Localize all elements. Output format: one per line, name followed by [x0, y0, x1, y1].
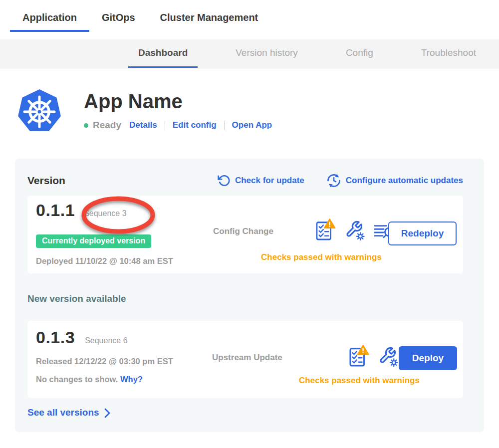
check-for-update-link[interactable]: Check for update	[218, 174, 304, 187]
refresh-icon	[218, 174, 231, 187]
new-version-number: 0.1.3	[36, 328, 75, 347]
version-panel: Version Check for update Configure autom…	[15, 159, 484, 432]
see-all-versions-label: See all versions	[27, 407, 99, 418]
separator	[165, 121, 165, 130]
clock-refresh-icon	[326, 173, 341, 188]
edit-config-link[interactable]: Edit config	[173, 120, 217, 130]
checks-status-text: Checks passed with warnings	[251, 252, 391, 262]
current-source-label: Config Change	[213, 226, 273, 236]
status-dot-icon	[84, 123, 88, 128]
preflight-checks-warning-icon[interactable]	[349, 345, 369, 367]
tab-gitops[interactable]: GitOps	[89, 12, 148, 32]
open-app-link[interactable]: Open App	[232, 120, 272, 130]
version-heading: Version	[27, 175, 65, 187]
deployed-timestamp: Deployed 11/10/22 @ 10:48 am EST	[36, 256, 173, 266]
tab-troubleshoot[interactable]: Troubleshoot	[411, 39, 486, 68]
separator	[224, 121, 225, 130]
current-version-card: 0.1.1 Sequence 3 Currently deployed vers…	[27, 196, 463, 273]
released-timestamp: Released 12/12/22 @ 03:30 pm EST	[36, 357, 173, 366]
check-for-update-label: Check for update	[235, 176, 304, 186]
new-version-heading: New version available	[27, 293, 463, 304]
deploy-button[interactable]: Deploy	[399, 346, 457, 370]
tab-cluster-management[interactable]: Cluster Management	[148, 12, 271, 32]
new-source-label: Upstream Update	[212, 353, 282, 363]
config-wrench-icon[interactable]	[378, 346, 399, 367]
redeploy-button[interactable]: Redeploy	[388, 222, 457, 245]
new-version-card: 0.1.3 Sequence 6 Released 12/12/22 @ 03:…	[27, 321, 463, 398]
currently-deployed-badge: Currently deployed version	[36, 234, 151, 248]
tab-config[interactable]: Config	[336, 39, 383, 68]
details-link[interactable]: Details	[129, 120, 157, 130]
primary-nav: Application GitOps Cluster Management	[0, 0, 499, 39]
why-link[interactable]: Why?	[120, 375, 143, 384]
configure-automatic-updates-label: Configure automatic updates	[346, 176, 463, 186]
tab-version-history[interactable]: Version history	[226, 39, 308, 68]
app-header: App Name Ready Details Edit config Open …	[0, 68, 499, 133]
no-changes-text: No changes to show. Why?	[36, 375, 143, 384]
chevron-right-icon	[104, 408, 111, 418]
configure-automatic-updates-link[interactable]: Configure automatic updates	[326, 173, 463, 188]
no-changes-label: No changes to show.	[36, 375, 118, 384]
kubernetes-logo	[17, 89, 61, 133]
tab-dashboard[interactable]: Dashboard	[128, 39, 198, 68]
current-sequence-label: Sequence 3	[84, 209, 126, 218]
new-sequence-label: Sequence 6	[85, 336, 127, 345]
page-title: App Name	[84, 90, 272, 113]
preflight-checks-warning-icon[interactable]	[316, 219, 336, 240]
secondary-nav: Dashboard Version history Config Trouble…	[0, 39, 499, 68]
config-wrench-icon[interactable]	[344, 220, 365, 240]
tab-application[interactable]: Application	[10, 12, 89, 32]
current-version-number: 0.1.1	[36, 201, 75, 220]
see-all-versions-link[interactable]: See all versions	[27, 407, 463, 418]
status-badge: Ready	[93, 120, 121, 131]
checks-status-text: Checks passed with warnings	[289, 376, 429, 386]
